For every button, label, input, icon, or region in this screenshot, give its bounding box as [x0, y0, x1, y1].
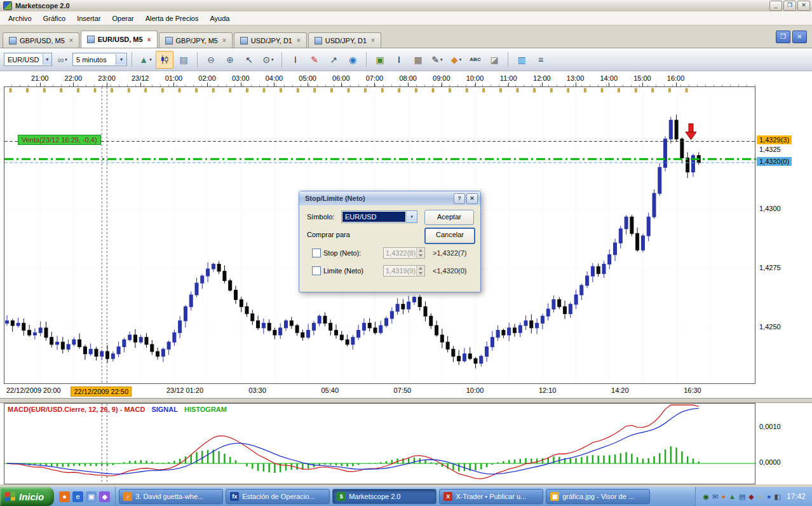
limit-spinner-up[interactable]	[417, 266, 424, 271]
panel-splitter[interactable]	[0, 398, 812, 403]
expand-chart-icon[interactable]: ↗	[325, 51, 342, 69]
limit-spinner-down[interactable]	[417, 271, 424, 276]
chevron-down-icon[interactable]: ▾	[43, 54, 51, 65]
chevron-down-icon[interactable]: ▾	[116, 54, 126, 65]
stop-checkbox[interactable]	[312, 249, 321, 257]
stop-label: Stop (Neto):	[323, 249, 361, 257]
eraser-icon[interactable]: ◪	[485, 51, 503, 69]
macd-chart-svg	[4, 404, 756, 485]
crosshair-cursor-icon[interactable]: I	[287, 51, 304, 69]
symbol-select[interactable]: EUR/USD▾	[4, 53, 52, 66]
grid-icon[interactable]: ▥	[513, 51, 531, 69]
titlebar[interactable]: Marketscope 2.0 _❐✕	[0, 0, 812, 12]
stop-price-field[interactable]: 1,4322(8)	[383, 247, 425, 259]
buy-for-label: Comprar para	[307, 231, 350, 238]
text-tool-icon[interactable]: I	[390, 51, 408, 69]
pointer-tool-icon[interactable]: ↖	[240, 51, 258, 69]
task-gr-fica-jpg-visor-de[interactable]: ▣gráfica.jpg - Visor de ...	[546, 489, 650, 504]
tab-close-icon[interactable]: ×	[69, 37, 73, 44]
image-icon[interactable]: ▣	[371, 51, 389, 69]
indicators-list-icon[interactable]: ≡	[532, 51, 550, 69]
tab-close-icon[interactable]: ×	[222, 37, 226, 44]
mdi-restore-button[interactable]: ❐	[776, 31, 790, 43]
time-axis-label: 07:00	[366, 74, 384, 82]
close-button[interactable]: ✕	[797, 1, 810, 11]
task-marketscope-2-0[interactable]: $Marketscope 2.0	[332, 489, 436, 504]
info-circle-icon[interactable]: ◉	[344, 51, 362, 69]
chart-type-ohlc-icon[interactable]: ▤	[175, 51, 193, 69]
task-estaci-n-de-operacio[interactable]: fxEstación de Operacio...	[226, 489, 330, 504]
limit-checkbox[interactable]	[312, 266, 321, 275]
tray-display-icon[interactable]: ▤	[739, 493, 745, 500]
limit-price-field[interactable]: 1,4319(9)	[383, 265, 425, 277]
task-3-david-guetta-whe[interactable]: ♪3. David guetta-whe...	[119, 489, 223, 504]
app-icon	[3, 1, 12, 10]
menu-operar[interactable]: Operar	[106, 13, 139, 24]
quick-launch-ie-icon[interactable]: e	[72, 491, 83, 502]
zoom-in-icon[interactable]: ⊕	[221, 51, 239, 69]
stop-spinner-up[interactable]	[417, 248, 424, 253]
time-axis-label: 02:00	[198, 74, 216, 82]
macd-chart[interactable]	[4, 403, 755, 484]
tab-close-icon[interactable]: ×	[147, 36, 151, 43]
menu-ayuda[interactable]: Ayuda	[204, 13, 235, 24]
zoom-out-icon[interactable]: ⊖	[202, 51, 220, 69]
menu-alerta-de-precios[interactable]: Alerta de Precios	[140, 13, 205, 24]
symbol-dropdown[interactable]: EUR/USD ▾	[341, 210, 417, 223]
start-button[interactable]: Inicio	[0, 487, 54, 506]
quick-launch-browser-icon[interactable]: ●	[59, 491, 70, 502]
stop-hint: >1,4322(7)	[433, 249, 467, 257]
timeframe-select[interactable]: 5 minutos▾	[72, 53, 127, 66]
chart-type-candlestick-icon[interactable]	[156, 51, 173, 69]
spellcheck-icon[interactable]: ABC	[466, 51, 484, 69]
tab-gbp-usd-m5[interactable]: GBP/USD, M5×	[3, 32, 79, 48]
taskbar-clock[interactable]: 17:42	[787, 492, 806, 501]
pencil-tool-icon[interactable]: ✎▾	[428, 51, 446, 69]
text-tool-icon-glyph: I	[398, 55, 400, 64]
stop-spinner-down[interactable]	[417, 253, 424, 258]
chevron-down-icon[interactable]: ▾	[406, 211, 417, 222]
dialog-titlebar[interactable]: Stop/Limite (Neto) ? ✕	[299, 191, 480, 205]
tab-usd-jpy-d1[interactable]: USD/JPY, D1×	[308, 32, 381, 48]
menu-insertar[interactable]: Insertar	[71, 13, 106, 24]
tray-mail-icon[interactable]: ✉	[712, 493, 718, 500]
dialog-help-button[interactable]: ?	[454, 193, 465, 204]
mdi-close-button[interactable]: ✕	[792, 31, 807, 43]
accept-button[interactable]: Aceptar	[424, 210, 474, 225]
shapes-tool-icon[interactable]: ◆▾	[447, 51, 465, 69]
minimize-button[interactable]: _	[769, 1, 782, 11]
quick-launch-desktop-icon[interactable]: ▣	[86, 491, 97, 502]
task-x-trader-publicar-u[interactable]: XX-Trader • Publicar u...	[439, 489, 543, 504]
calendar-icon[interactable]: ▦	[409, 51, 427, 69]
magnifier-icon[interactable]: ⊙▾	[259, 51, 277, 69]
tab-usd-jpy-d1[interactable]: USD/JPY, D1×	[234, 32, 307, 48]
toolbar-separator	[197, 52, 198, 67]
system-tray: ◉✉●▲▤◆☼●◧ 17:42	[695, 487, 812, 506]
dialog-close-button[interactable]: ✕	[466, 193, 478, 204]
date-axis-label: 12:10	[539, 386, 557, 394]
tab-label: USD/JPY, D1	[325, 37, 367, 44]
tray-network-icon[interactable]: ◉	[703, 493, 710, 500]
tray-antivirus-icon[interactable]: ◆	[748, 493, 754, 500]
link-charts-icon[interactable]: ∞▾	[53, 51, 71, 69]
tray-messenger-icon[interactable]: ●	[767, 493, 771, 500]
quick-launch-media-icon[interactable]: ◆	[99, 491, 110, 502]
chevron-down-icon: ▾	[440, 57, 443, 62]
window-controls: _❐✕	[769, 1, 812, 11]
menu-archivo[interactable]: Archivo	[3, 13, 37, 24]
sell-trade-label[interactable]: Venta(23/12 16:29, -0,4)	[18, 135, 101, 145]
marker-pen-icon[interactable]: ✎	[306, 51, 323, 69]
tray-update-icon[interactable]: ●	[721, 493, 726, 500]
cancel-button[interactable]: Cancelar	[424, 228, 475, 244]
tab-close-icon[interactable]: ×	[371, 37, 375, 44]
tray-vpn-icon[interactable]: ▲	[729, 493, 736, 500]
maximize-button[interactable]: ❐	[783, 1, 796, 11]
limit-price-value: 1,4319(9)	[384, 266, 416, 276]
tray-volume-icon[interactable]: ◧	[775, 493, 781, 500]
tab-close-icon[interactable]: ×	[297, 37, 301, 44]
menu-gr-fico[interactable]: Gráfico	[37, 13, 71, 24]
tab-eur-usd-m5[interactable]: EUR/USD, M5×	[81, 31, 158, 48]
tray-brightness-icon[interactable]: ☼	[757, 493, 764, 500]
tab-gbp-jpy-m5[interactable]: GBP/JPY, M5×	[159, 32, 233, 48]
chart-type-line-icon[interactable]: ▲▾	[137, 51, 154, 69]
